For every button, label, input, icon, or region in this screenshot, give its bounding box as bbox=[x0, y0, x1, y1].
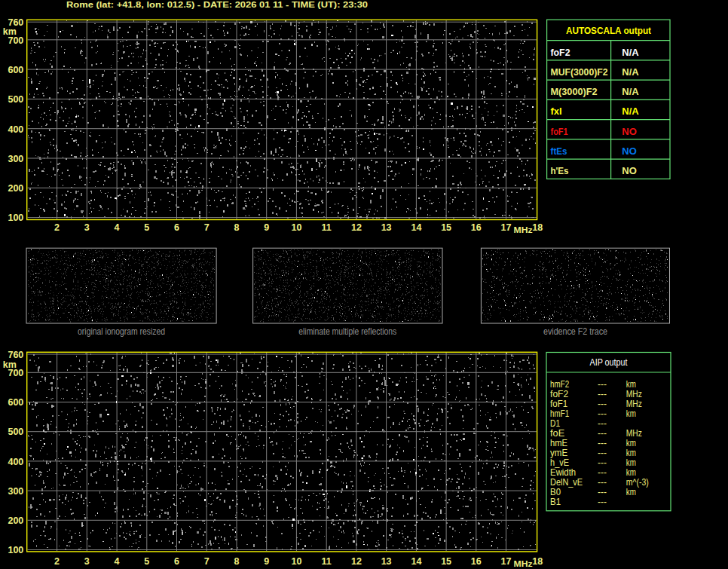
svg-text:12: 12 bbox=[351, 222, 362, 233]
svg-text:---: --- bbox=[598, 497, 607, 507]
svg-text:hmF2: hmF2 bbox=[550, 379, 569, 390]
svg-text:N/A: N/A bbox=[622, 47, 639, 58]
svg-text:6: 6 bbox=[174, 222, 179, 233]
svg-text:km: km bbox=[626, 467, 636, 478]
svg-text:10: 10 bbox=[291, 222, 301, 233]
svg-text:fxI: fxI bbox=[551, 106, 562, 117]
svg-text:600: 600 bbox=[8, 65, 23, 75]
svg-text:---: --- bbox=[598, 457, 607, 468]
svg-text:Ewidth: Ewidth bbox=[550, 467, 576, 478]
svg-text:MHz: MHz bbox=[514, 559, 533, 568]
svg-text:15: 15 bbox=[441, 222, 451, 233]
svg-text:N/A: N/A bbox=[622, 106, 639, 117]
svg-text:---: --- bbox=[598, 448, 607, 458]
svg-text:700: 700 bbox=[8, 35, 23, 46]
svg-text:9: 9 bbox=[264, 556, 269, 567]
svg-text:10: 10 bbox=[291, 556, 301, 567]
svg-text:AUTOSCALA output: AUTOSCALA output bbox=[566, 25, 651, 36]
svg-text:NO: NO bbox=[622, 145, 637, 157]
svg-text:11: 11 bbox=[322, 556, 332, 567]
svg-text:18: 18 bbox=[532, 556, 543, 567]
svg-text:original ionogram resized: original ionogram resized bbox=[78, 326, 165, 337]
svg-text:---: --- bbox=[598, 379, 607, 390]
svg-text:ftEs: ftEs bbox=[551, 145, 567, 157]
svg-text:foE: foE bbox=[550, 428, 564, 439]
svg-text:ymE: ymE bbox=[550, 448, 567, 458]
svg-text:6: 6 bbox=[174, 556, 179, 567]
svg-text:11: 11 bbox=[322, 222, 332, 233]
svg-text:18: 18 bbox=[532, 222, 543, 233]
svg-text:13: 13 bbox=[381, 222, 392, 233]
svg-text:200: 200 bbox=[8, 515, 23, 526]
svg-text:400: 400 bbox=[8, 124, 23, 135]
svg-text:foF1: foF1 bbox=[550, 399, 567, 409]
svg-text:D1: D1 bbox=[550, 418, 560, 429]
svg-text:M(3000)F2: M(3000)F2 bbox=[551, 86, 598, 97]
svg-text:4: 4 bbox=[115, 222, 120, 233]
svg-text:5: 5 bbox=[144, 556, 149, 567]
svg-text:h_vE: h_vE bbox=[550, 457, 569, 468]
svg-text:700: 700 bbox=[8, 368, 23, 378]
svg-text:evidence F2 trace: evidence F2 trace bbox=[543, 326, 607, 337]
svg-text:500: 500 bbox=[8, 427, 23, 437]
svg-text:foF2: foF2 bbox=[550, 389, 568, 399]
svg-text:760: 760 bbox=[8, 350, 23, 360]
svg-text:Rome (lat: +41.8, lon: 012.5): Rome (lat: +41.8, lon: 012.5) - DATE: 20… bbox=[66, 0, 368, 9]
svg-text:---: --- bbox=[598, 389, 607, 399]
svg-text:MHz: MHz bbox=[626, 389, 642, 399]
svg-text:---: --- bbox=[598, 487, 607, 497]
svg-text:16: 16 bbox=[471, 556, 482, 567]
svg-text:13: 13 bbox=[381, 556, 392, 567]
svg-text:NO: NO bbox=[622, 126, 637, 137]
svg-text:MHz: MHz bbox=[626, 399, 642, 409]
svg-text:15: 15 bbox=[441, 556, 451, 567]
svg-text:eliminate multiple reflections: eliminate multiple reflections bbox=[298, 326, 396, 337]
svg-text:km: km bbox=[626, 487, 636, 497]
svg-text:100: 100 bbox=[8, 213, 23, 223]
svg-text:500: 500 bbox=[8, 94, 23, 105]
svg-text:600: 600 bbox=[8, 397, 23, 408]
svg-text:---: --- bbox=[598, 477, 607, 488]
svg-text:---: --- bbox=[598, 418, 607, 429]
svg-text:km: km bbox=[626, 379, 636, 390]
svg-text:12: 12 bbox=[351, 556, 362, 567]
svg-text:---: --- bbox=[598, 408, 607, 419]
svg-text:14: 14 bbox=[411, 556, 421, 567]
svg-text:km: km bbox=[626, 448, 636, 458]
svg-text:km: km bbox=[626, 438, 636, 448]
svg-text:DelN_vE: DelN_vE bbox=[550, 477, 583, 488]
svg-text:MHz: MHz bbox=[514, 225, 533, 234]
svg-text:300: 300 bbox=[8, 154, 23, 164]
svg-text:8: 8 bbox=[234, 556, 240, 567]
svg-text:m^(-3): m^(-3) bbox=[626, 477, 649, 488]
svg-text:9: 9 bbox=[264, 222, 269, 233]
svg-text:7: 7 bbox=[204, 222, 210, 233]
svg-text:5: 5 bbox=[144, 222, 149, 233]
svg-text:2: 2 bbox=[54, 222, 60, 233]
svg-text:h'Es: h'Es bbox=[551, 165, 569, 176]
svg-text:100: 100 bbox=[8, 545, 23, 555]
svg-text:17: 17 bbox=[501, 556, 512, 567]
svg-text:17: 17 bbox=[501, 222, 512, 233]
svg-text:300: 300 bbox=[8, 486, 23, 497]
svg-text:14: 14 bbox=[411, 222, 421, 233]
svg-text:MHz: MHz bbox=[626, 428, 642, 439]
svg-text:km: km bbox=[626, 457, 636, 468]
svg-text:---: --- bbox=[598, 438, 607, 448]
svg-text:8: 8 bbox=[234, 222, 240, 233]
svg-text:B1: B1 bbox=[550, 497, 561, 507]
svg-text:---: --- bbox=[598, 467, 607, 478]
svg-text:3: 3 bbox=[84, 556, 90, 567]
svg-text:km: km bbox=[626, 408, 636, 419]
svg-text:---: --- bbox=[598, 428, 607, 439]
svg-text:N/A: N/A bbox=[622, 86, 639, 97]
svg-text:AIP output: AIP output bbox=[590, 357, 628, 368]
svg-text:B0: B0 bbox=[550, 487, 561, 497]
svg-text:4: 4 bbox=[115, 556, 120, 567]
svg-text:7: 7 bbox=[204, 556, 210, 567]
svg-text:NO: NO bbox=[622, 165, 637, 176]
svg-text:N/A: N/A bbox=[622, 66, 639, 78]
svg-text:foF1: foF1 bbox=[551, 126, 568, 137]
svg-text:hmE: hmE bbox=[550, 438, 567, 448]
svg-text:hmF1: hmF1 bbox=[550, 408, 569, 419]
